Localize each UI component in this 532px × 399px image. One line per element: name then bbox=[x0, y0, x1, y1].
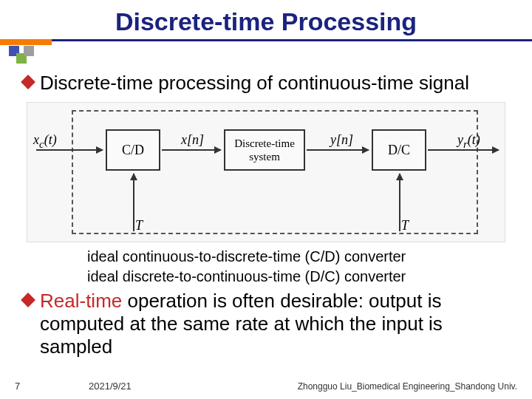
bullet-1-text: Discrete-time processing of continuous-t… bbox=[40, 72, 469, 95]
title-bar: Discrete-time Processing bbox=[0, 0, 532, 45]
arrow-xn bbox=[162, 149, 221, 151]
square-grey bbox=[24, 46, 34, 56]
signal-xc: xc(t) bbox=[33, 132, 57, 151]
underline-orange bbox=[0, 39, 52, 45]
dc-note: ideal discrete-to-continuous-time (D/C) … bbox=[87, 268, 511, 285]
bullet-2-text: Real-time operation is often desirable: … bbox=[40, 290, 511, 358]
arrow-T2 bbox=[399, 174, 400, 231]
content: Discrete-time processing of continuous-t… bbox=[0, 45, 532, 358]
footer-credit: Zhongguo Liu_Biomedical Engineering_Shan… bbox=[192, 381, 517, 392]
realtime-keyword: Real-time bbox=[40, 290, 122, 312]
T-label-1: T bbox=[135, 218, 143, 233]
T-label-2: T bbox=[401, 218, 409, 233]
svg-rect-0 bbox=[21, 75, 35, 89]
discrete-system-block: Discrete-timesystem bbox=[224, 129, 305, 171]
footer-date: 2021/9/21 bbox=[44, 381, 192, 392]
signal-yn: y[n] bbox=[330, 132, 353, 148]
arrow-T1 bbox=[133, 174, 134, 231]
block-diagram: xc(t) C/D x[n] Discrete-timesystem y[n] … bbox=[27, 102, 505, 242]
bullet-2: Real-time operation is often desirable: … bbox=[21, 290, 511, 358]
arrow-out bbox=[428, 149, 499, 151]
slide-title: Discrete-time Processing bbox=[0, 7, 532, 36]
title-underline bbox=[0, 39, 532, 45]
dc-block: D/C bbox=[372, 129, 426, 171]
converter-notes: ideal continuous-to-discrete-time (C/D) … bbox=[87, 248, 511, 285]
arrow-in bbox=[36, 149, 103, 151]
diamond-bullet-icon bbox=[21, 293, 35, 310]
cd-note: ideal continuous-to-discrete-time (C/D) … bbox=[87, 248, 511, 265]
diamond-bullet-icon bbox=[21, 75, 35, 92]
bullet-1: Discrete-time processing of continuous-t… bbox=[21, 72, 511, 95]
page-number: 7 bbox=[15, 381, 44, 392]
arrow-yn bbox=[307, 149, 369, 151]
svg-rect-1 bbox=[21, 293, 35, 307]
cd-block: C/D bbox=[106, 129, 160, 171]
underline-blue bbox=[0, 39, 532, 41]
slide: Discrete-time Processing Discrete-time p… bbox=[0, 0, 532, 399]
signal-xn: x[n] bbox=[181, 132, 204, 148]
diagram-canvas: xc(t) C/D x[n] Discrete-timesystem y[n] … bbox=[32, 107, 505, 237]
signal-yr: yr(t) bbox=[457, 132, 480, 151]
footer: 7 2021/9/21 Zhongguo Liu_Biomedical Engi… bbox=[0, 381, 532, 392]
